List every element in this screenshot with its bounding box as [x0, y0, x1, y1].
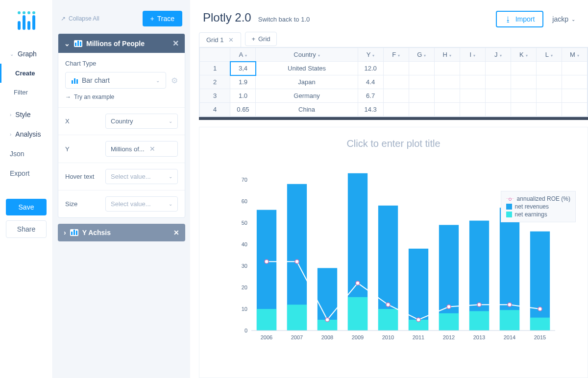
- close-icon[interactable]: ✕: [173, 229, 179, 236]
- grid-cell[interactable]: [383, 75, 409, 89]
- grid-cell[interactable]: [562, 89, 587, 103]
- grid-cell[interactable]: [460, 89, 485, 103]
- grid-cell[interactable]: China: [256, 103, 358, 117]
- grid-cell[interactable]: [434, 62, 460, 75]
- grid-cell[interactable]: 1.0: [230, 89, 256, 103]
- grid-cell[interactable]: Germany: [256, 89, 358, 103]
- grid-cell[interactable]: [511, 75, 536, 89]
- collapse-all-button[interactable]: ↗ Collapse All: [61, 15, 99, 22]
- hover-select[interactable]: Select value... ⌄: [105, 169, 178, 184]
- col-header[interactable]: K▾: [511, 48, 536, 62]
- grid-cell[interactable]: 0.65: [230, 103, 256, 117]
- grid-cell[interactable]: 1.9: [230, 75, 256, 89]
- row-header[interactable]: 2: [200, 75, 230, 89]
- col-header[interactable]: H▾: [434, 48, 460, 62]
- y-select[interactable]: Millions of... ✕: [105, 141, 178, 157]
- grid-cell[interactable]: [536, 62, 562, 75]
- grid-cell[interactable]: [434, 89, 460, 103]
- col-header[interactable]: G▾: [409, 48, 434, 62]
- grid-cell[interactable]: [485, 62, 511, 75]
- grid-cell[interactable]: [434, 75, 460, 89]
- grid-cell[interactable]: [511, 89, 536, 103]
- grid-cell[interactable]: 14.3: [358, 103, 383, 117]
- nav-create[interactable]: Create: [0, 64, 52, 83]
- grid-cell[interactable]: [460, 103, 485, 117]
- chart-plot[interactable]: 0102030405060702006200720082009201020112…: [222, 154, 565, 350]
- grid-cell[interactable]: [511, 62, 536, 75]
- grid-cell[interactable]: Japan: [256, 75, 358, 89]
- grid-cell[interactable]: [562, 62, 587, 75]
- grid-cell[interactable]: [460, 62, 485, 75]
- grid-cell[interactable]: [562, 75, 587, 89]
- chart-type-select[interactable]: Bar chart ⌄: [65, 72, 166, 89]
- gear-icon[interactable]: ⚙: [171, 76, 178, 85]
- switch-back-link[interactable]: Switch back to 1.0: [258, 16, 310, 23]
- col-header[interactable]: J▾: [485, 48, 511, 62]
- import-button[interactable]: ⭳ Import: [496, 11, 544, 27]
- chart-legend[interactable]: annualized ROE (%) net revenues net earn…: [501, 191, 576, 222]
- chart-title-input[interactable]: Click to enter plot title: [199, 127, 588, 154]
- row-header[interactable]: 4: [200, 103, 230, 117]
- nav-style[interactable]: › Style: [0, 105, 52, 124]
- col-header[interactable]: I▾: [460, 48, 485, 62]
- col-header[interactable]: L▾: [536, 48, 562, 62]
- nav-filter[interactable]: Filter: [0, 83, 52, 102]
- grid-cell[interactable]: [409, 75, 434, 89]
- grid-cell[interactable]: [383, 89, 409, 103]
- nav-json[interactable]: Json: [0, 144, 52, 164]
- grid-cell[interactable]: [485, 75, 511, 89]
- grid-cell[interactable]: [383, 103, 409, 117]
- data-grid[interactable]: A▾Country▾Y▾F▾G▾H▾I▾J▾K▾L▾M▾13,4United S…: [199, 47, 588, 117]
- grid-cell[interactable]: [536, 75, 562, 89]
- grid-cell[interactable]: [409, 103, 434, 117]
- legend-item-roe[interactable]: annualized ROE (%): [506, 195, 570, 202]
- grid-cell[interactable]: 6.7: [358, 89, 383, 103]
- user-menu[interactable]: jackp ⌄: [552, 15, 575, 23]
- grid-cell[interactable]: [485, 89, 511, 103]
- trace-accordion-2: › Y Achsis ✕: [58, 224, 185, 241]
- grid-cell[interactable]: United States: [256, 62, 358, 75]
- square-icon: [506, 204, 512, 210]
- nav-export[interactable]: Export: [0, 164, 52, 183]
- svg-point-36: [508, 303, 512, 307]
- legend-item-earn[interactable]: net earnings: [506, 211, 570, 218]
- trace-2-header[interactable]: › Y Achsis ✕: [58, 224, 185, 241]
- grid-cell[interactable]: [409, 62, 434, 75]
- grid-cell[interactable]: [460, 75, 485, 89]
- col-header[interactable]: A▾: [230, 48, 256, 62]
- add-grid-button[interactable]: + Grid: [245, 32, 276, 46]
- grid-cell[interactable]: [536, 89, 562, 103]
- x-label: X: [65, 118, 99, 125]
- legend-item-rev[interactable]: net revenues: [506, 203, 570, 210]
- x-select[interactable]: Country ⌄: [105, 114, 178, 129]
- grid-cell[interactable]: [383, 62, 409, 75]
- close-icon[interactable]: ✕: [172, 39, 179, 48]
- share-button[interactable]: Share: [6, 220, 47, 238]
- grid-cell[interactable]: [434, 103, 460, 117]
- grid-cell[interactable]: 3,4: [230, 62, 256, 75]
- row-header[interactable]: 3: [200, 89, 230, 103]
- grid-scrollbar[interactable]: [199, 117, 588, 120]
- col-header[interactable]: F▾: [383, 48, 409, 62]
- grid-cell[interactable]: 4.4: [358, 75, 383, 89]
- grid-cell[interactable]: [511, 103, 536, 117]
- size-select[interactable]: Select value... ⌄: [105, 196, 178, 212]
- nav-analysis[interactable]: › Analysis: [0, 124, 52, 144]
- grid-cell[interactable]: 12.0: [358, 62, 383, 75]
- grid-cell[interactable]: [409, 89, 434, 103]
- tab-grid-1[interactable]: Grid 1 ✕: [199, 32, 241, 47]
- col-header[interactable]: Country▾: [256, 48, 358, 62]
- clear-icon[interactable]: ✕: [148, 145, 156, 153]
- trace-1-header[interactable]: ⌄ Millions of People ✕: [58, 34, 185, 53]
- row-header[interactable]: 1: [200, 62, 230, 75]
- col-header[interactable]: Y▾: [358, 48, 383, 62]
- add-trace-button[interactable]: + Trace: [143, 11, 182, 26]
- grid-cell[interactable]: [485, 103, 511, 117]
- try-example-link[interactable]: → Try an example: [65, 94, 178, 100]
- save-button[interactable]: Save: [6, 199, 47, 215]
- grid-cell[interactable]: [562, 103, 587, 117]
- grid-cell[interactable]: [536, 103, 562, 117]
- nav-graph[interactable]: ⌄ Graph: [0, 44, 52, 64]
- col-header[interactable]: M▾: [562, 48, 587, 62]
- close-icon[interactable]: ✕: [228, 36, 234, 44]
